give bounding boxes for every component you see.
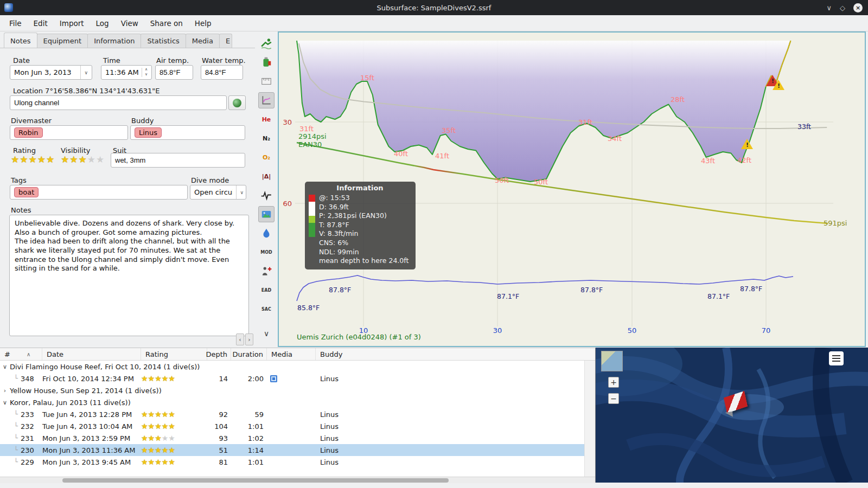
rating-stars[interactable]: ★★★★★ — [11, 154, 55, 165]
mod-icon[interactable]: MOD — [258, 244, 275, 260]
vertical-scrollbar[interactable] — [584, 361, 595, 477]
horizontal-scrollbar[interactable] — [0, 477, 595, 483]
dive-row[interactable]: └233Tue Jun 4, 2013 12:28 PM★★★★★9259Lin… — [0, 408, 595, 420]
tab-statistics[interactable]: Statistics — [141, 34, 186, 48]
date-select[interactable]: Mon Jun 3, 2013∨ — [10, 65, 92, 80]
column-header-rating[interactable]: Rating — [141, 348, 207, 360]
location-input[interactable] — [10, 95, 227, 110]
time-label: Time — [103, 56, 120, 65]
notes-textarea[interactable]: Unbelievable dive. Dozens and dozens of … — [9, 215, 249, 336]
star-icon: ★ — [69, 154, 78, 165]
collapse-icon[interactable]: ∨ — [0, 399, 10, 406]
oxygen-icon[interactable]: O₂ — [258, 149, 275, 165]
tab-scroll-right-icon[interactable]: › — [245, 333, 253, 345]
star-icon: ★ — [155, 422, 162, 431]
dive-row[interactable]: └232Tue Jun 4, 2013 10:04 AM★★★★★1041:01… — [0, 420, 595, 432]
heartrate-icon[interactable] — [258, 187, 275, 203]
svg-text:70: 70 — [762, 326, 771, 335]
column-header-buddy[interactable]: Buddy — [316, 348, 595, 360]
expand-icon[interactable]: › — [0, 387, 10, 394]
suit-input[interactable] — [111, 153, 245, 168]
visibility-stars[interactable]: ★★★★★ — [61, 154, 105, 165]
location-map-button[interactable] — [228, 95, 246, 110]
scrollbar-thumb[interactable] — [62, 478, 449, 483]
dive-row[interactable]: └230Mon Jun 3, 2013 11:36 AM★★★★★511:14L… — [0, 444, 595, 456]
water-temp-label: Water temp. — [202, 56, 246, 65]
dive-row[interactable]: └229Mon Jun 3, 2013 9:45 AM★★★★★811:01Li… — [0, 456, 595, 468]
column-header-date[interactable]: Date — [42, 348, 141, 360]
tag-boat[interactable]: boat — [14, 187, 39, 197]
trip-row[interactable]: ∨Koror, Palau, Jun 2013 (11 dive(s)) — [0, 396, 595, 408]
dive-row[interactable]: └348Fri Oct 10, 2014 12:34 PM★★★★★142:00… — [0, 373, 595, 384]
dive-mode-select[interactable]: Open circuit∨ — [190, 185, 246, 200]
tab-information[interactable]: Information — [87, 34, 141, 48]
column-header-duration[interactable]: Duration — [231, 348, 267, 360]
column-header-depth[interactable]: Depth — [207, 348, 231, 360]
dive-duration: 1:02 — [231, 432, 267, 444]
scale-graph-icon[interactable] — [258, 92, 275, 108]
maximize-button[interactable]: ◇ — [840, 4, 845, 11]
star-icon: ★ — [29, 154, 37, 165]
tab-notes[interactable]: Notes — [4, 33, 37, 48]
tab-equipment[interactable]: Equipment — [37, 34, 88, 48]
star-icon: ★ — [168, 458, 175, 466]
sac-icon[interactable]: SAC — [258, 301, 275, 317]
menu-share-on[interactable]: Share on — [144, 16, 189, 30]
tab-scroll-left-icon[interactable]: ‹ — [236, 333, 244, 345]
tank-bar-icon[interactable] — [258, 54, 275, 70]
menu-view[interactable]: View — [115, 16, 144, 30]
tab-bar: NotesEquipmentInformationStatisticsMedia… — [0, 31, 255, 48]
chevron-down-icon[interactable]: ∨ — [80, 66, 88, 79]
tab-e[interactable]: E — [219, 34, 232, 48]
photos-icon[interactable] — [258, 206, 275, 222]
menu-file[interactable]: File — [3, 16, 28, 30]
time-spinner[interactable]: 11:36 AM ∧∨ — [101, 65, 152, 80]
divemaster-tag[interactable]: Robin — [14, 127, 43, 138]
warning-icon: ! — [741, 139, 753, 149]
ruler-icon[interactable] — [258, 73, 275, 89]
column-header-number[interactable]: #∧ — [0, 348, 42, 360]
map-overview-inset[interactable] — [601, 351, 623, 371]
menu-help[interactable]: Help — [189, 16, 218, 30]
spin-down-icon[interactable]: ∨ — [145, 73, 148, 77]
tags-input[interactable]: boat — [10, 185, 188, 200]
toolbar-scroll-down-icon[interactable]: ∨ — [258, 325, 275, 342]
dive-row[interactable]: └231Mon Jun 3, 2013 2:59 PM★★★★★931:02Li… — [0, 432, 595, 444]
tab-media[interactable]: Media — [186, 34, 220, 48]
trip-row[interactable]: ∨Divi Flamingo House Reef, Fri Oct 10, 2… — [0, 361, 595, 373]
ceiling-icon[interactable] — [258, 225, 275, 241]
collapse-icon[interactable]: ∨ — [0, 363, 10, 370]
photo-icon[interactable] — [270, 375, 277, 382]
helium-icon[interactable]: He — [258, 111, 275, 127]
trip-row[interactable]: ›Yellow House, Sun Sep 21, 2014 (1 dive(… — [0, 384, 595, 396]
deco-icon[interactable] — [258, 263, 275, 279]
map-menu-button[interactable] — [829, 351, 844, 365]
ead-icon[interactable]: EAD — [258, 282, 275, 298]
star-icon: ★ — [148, 446, 155, 454]
close-button[interactable]: × — [853, 3, 863, 12]
tissues-icon[interactable]: |Δ| — [258, 168, 275, 184]
divemaster-input[interactable]: Robin — [10, 125, 128, 140]
chevron-down-icon[interactable]: ∨ — [236, 185, 244, 199]
menu-log[interactable]: Log — [90, 16, 115, 30]
buddy-input[interactable]: Linus — [130, 125, 245, 140]
map-zoom-in-button[interactable]: + — [608, 377, 619, 388]
spin-up-icon[interactable]: ∧ — [145, 68, 148, 72]
minimize-button[interactable]: ∨ — [826, 4, 832, 11]
svg-text:35ft: 35ft — [442, 126, 456, 134]
tooltip-legend-swatches — [309, 194, 315, 266]
menu-import[interactable]: Import — [54, 16, 90, 30]
buddy-tag[interactable]: Linus — [135, 127, 162, 138]
water-temp-field[interactable] — [201, 65, 243, 80]
star-icon: ★ — [162, 422, 169, 431]
map-zoom-out-button[interactable]: − — [608, 393, 619, 404]
column-header-media[interactable]: Media — [267, 348, 316, 360]
air-temp-field[interactable] — [155, 65, 193, 80]
dive-rating: ★★★★★ — [141, 444, 207, 456]
map-panel[interactable]: + − — [595, 348, 868, 483]
nitrogen-icon[interactable]: N₂ — [258, 130, 275, 146]
menu-edit[interactable]: Edit — [28, 16, 54, 30]
dive-profile-chart[interactable]: 10305070306015ft31ft40ft41ft35ft50ft50ft… — [278, 31, 866, 347]
star-icon: ★ — [168, 374, 175, 383]
dive-computer-icon[interactable] — [258, 35, 275, 52]
